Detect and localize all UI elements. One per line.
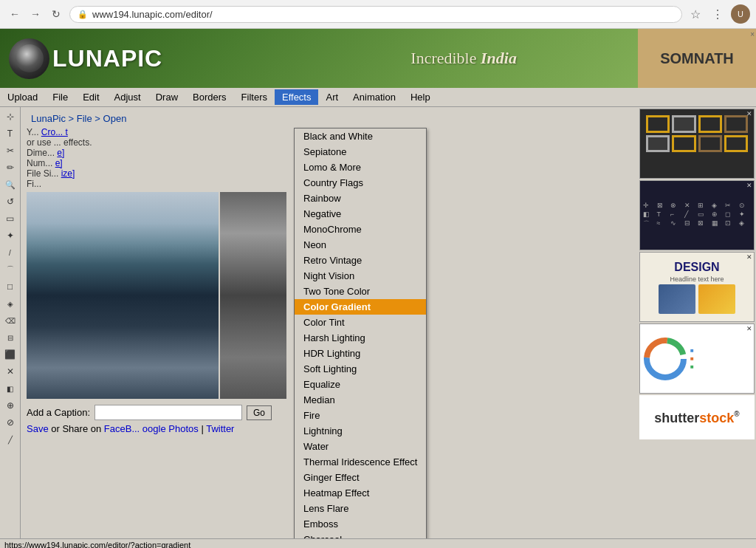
more-button[interactable]: ⋮ — [709, 5, 726, 23]
tool-curve[interactable]: ⌒ — [2, 261, 18, 278]
somnath-text: SOMNATH — [660, 50, 734, 67]
menu-edit[interactable]: Edit — [75, 89, 106, 105]
num-link[interactable]: e] — [55, 158, 63, 168]
crop-link[interactable]: Cro... t — [41, 127, 68, 137]
tool-layer[interactable]: ◧ — [2, 380, 18, 397]
effect-emboss[interactable]: Emboss — [295, 516, 426, 532]
frame-5 — [646, 135, 670, 153]
forward-button[interactable]: → — [27, 5, 44, 23]
go-button[interactable]: Go — [247, 405, 272, 420]
effect-nightvision[interactable]: Night Vision — [295, 268, 426, 284]
tool-crop[interactable]: ⊟ — [2, 329, 18, 346]
effect-tint[interactable]: Color Tint — [295, 315, 426, 330]
effect-retrovintage[interactable]: Retro Vintage — [295, 253, 426, 268]
effect-ginger[interactable]: Ginger Effect — [295, 470, 426, 485]
dim-link[interactable]: e] — [57, 148, 64, 158]
effect-charcoal[interactable]: Charcoal — [295, 532, 426, 538]
shutterstock-block: shutterstock® — [639, 395, 755, 439]
secondary-image — [220, 192, 286, 399]
effect-lensflare[interactable]: Lens Flare — [295, 501, 426, 516]
ad-block-4: ✕ ■ Item A ■ Item B ■ Item C — [639, 323, 755, 394]
effect-rainbow[interactable]: Rainbow — [295, 191, 426, 206]
effect-twotone[interactable]: Two Tone Color — [295, 284, 426, 299]
tool-add[interactable]: ⊕ — [2, 397, 18, 414]
ad-close-1[interactable]: ✕ — [746, 110, 752, 117]
menubar: Upload File Edit Adjust Draw Borders Fil… — [0, 88, 756, 107]
frame-2 — [672, 115, 695, 133]
effect-equalize[interactable]: Equalize — [295, 377, 426, 392]
effect-heatmap[interactable]: Heatmap Effect — [295, 485, 426, 501]
banner: LUNAPIC Incredible India × SOMNATH — [0, 29, 756, 88]
app-container: LUNAPIC Incredible India × SOMNATH Uploa… — [0, 29, 756, 548]
luna-logo: LUNAPIC — [9, 38, 162, 79]
tool-select[interactable]: ⊹ — [2, 109, 18, 125]
google-link[interactable]: oogle Photos — [142, 423, 199, 434]
effect-gradient[interactable]: Color Gradient — [295, 299, 426, 315]
status-url: https://www194.lunapic.com/editor/?actio… — [4, 541, 190, 548]
menu-help[interactable]: Help — [403, 89, 438, 105]
avatar[interactable]: U — [731, 4, 750, 24]
caption-input[interactable] — [94, 405, 242, 420]
effect-monochrome[interactable]: MonoChrome — [295, 222, 426, 237]
bookmark-button[interactable]: ☆ — [687, 5, 704, 23]
dim-label: Dime... e] — [27, 148, 64, 158]
effect-bw[interactable]: Black and White — [295, 129, 426, 144]
address-bar[interactable]: 🔒 www194.lunapic.com/editor/ — [69, 6, 682, 23]
tool-diagonal[interactable]: ╱ — [2, 431, 18, 448]
menu-animation[interactable]: Animation — [346, 89, 403, 105]
ad-close-2[interactable]: ✕ — [746, 182, 752, 189]
status-bar: https://www194.lunapic.com/editor/?actio… — [0, 538, 756, 548]
effect-lomo[interactable]: Lomo & More — [295, 160, 426, 175]
effect-fire[interactable]: Fire — [295, 408, 426, 423]
menu-filters[interactable]: Filters — [234, 89, 275, 105]
tool-fill[interactable]: ⬛ — [2, 346, 18, 363]
tool-eraser[interactable]: ◈ — [2, 295, 18, 312]
effect-neon[interactable]: Neon — [295, 237, 426, 253]
breadcrumb-text: LunaPic > File > Open — [31, 113, 126, 124]
resize-link[interactable]: ize] — [61, 168, 75, 179]
menu-upload[interactable]: Upload — [0, 89, 45, 105]
tool-zoom[interactable]: 🔍 — [2, 177, 18, 193]
tool-shape[interactable]: □ — [2, 278, 18, 295]
effect-thermal[interactable]: Thermal Iridescence Effect — [295, 454, 426, 470]
back-button[interactable]: ← — [6, 5, 24, 23]
tool-undo[interactable]: ⊘ — [2, 414, 18, 431]
menu-adjust[interactable]: Adjust — [107, 89, 148, 105]
effect-soft[interactable]: Soft Lighting — [295, 361, 426, 377]
tool-line[interactable]: / — [2, 244, 18, 261]
save-link[interactable]: Save — [27, 423, 49, 434]
effect-negative[interactable]: Negative — [295, 206, 426, 222]
ad-close-4[interactable]: ✕ — [746, 325, 752, 332]
menu-draw[interactable]: Draw — [148, 89, 185, 105]
effect-hdr[interactable]: HDR Lighting — [295, 346, 426, 361]
banner-ad: × SOMNATH — [638, 29, 756, 88]
tool-delete[interactable]: ⌫ — [2, 312, 18, 329]
right-sidebar: ✕ ✕ ✛⊠⊗✕⊞◈✂⊙ ◧T⌐╱▭⊕◻✦ ⌒≈∿⊟ — [638, 107, 756, 538]
refresh-button[interactable]: ↻ — [47, 5, 65, 23]
main-image — [27, 192, 219, 399]
ad-close-3[interactable]: ✕ — [746, 253, 752, 261]
effect-lightning[interactable]: Lightning — [295, 423, 426, 439]
tool-cut[interactable]: ✂ — [2, 143, 18, 159]
effect-sepia[interactable]: Sepiatone — [295, 144, 426, 160]
menu-file[interactable]: File — [45, 89, 75, 105]
menu-art[interactable]: Art — [318, 89, 346, 105]
content-area: LunaPic > File > Open Y... Cro... t or u… — [21, 107, 638, 538]
effect-harsh[interactable]: Harsh Lighting — [295, 330, 426, 346]
menu-borders[interactable]: Borders — [185, 89, 234, 105]
facebook-link[interactable]: FaceB... — [104, 423, 140, 434]
tool-star[interactable]: ✦ — [2, 227, 18, 244]
twitter-link[interactable]: Twitter — [206, 423, 234, 434]
tool-rect[interactable]: ▭ — [2, 210, 18, 227]
tool-close[interactable]: ✕ — [2, 363, 18, 380]
effect-median[interactable]: Median — [295, 392, 426, 408]
ad-block-1: ✕ — [639, 109, 755, 179]
shutter-symbol: ® — [734, 410, 739, 418]
banner-ad-close[interactable]: × — [750, 30, 755, 38]
effect-water[interactable]: Water — [295, 439, 426, 454]
effect-flags[interactable]: Country Flags — [295, 175, 426, 191]
tool-rotate[interactable]: ↺ — [2, 193, 18, 210]
tool-pencil[interactable]: ✏ — [2, 160, 18, 176]
tool-text[interactable]: T — [2, 126, 18, 142]
menu-effects[interactable]: Effects — [275, 89, 319, 105]
